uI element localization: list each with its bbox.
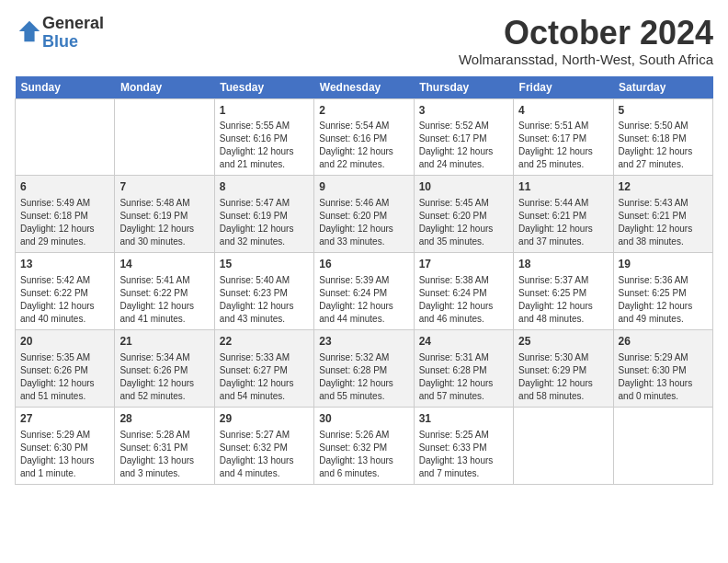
day-number: 27 — [20, 411, 109, 427]
cell-info: Sunrise: 5:30 AM Sunset: 6:29 PM Dayligh… — [518, 351, 608, 403]
cell-info: Sunrise: 5:26 AM Sunset: 6:32 PM Dayligh… — [319, 429, 408, 480]
calendar-cell: 25Sunrise: 5:30 AM Sunset: 6:29 PM Dayli… — [514, 329, 613, 407]
calendar-cell: 12Sunrise: 5:43 AM Sunset: 6:21 PM Dayli… — [613, 176, 712, 253]
calendar-cell: 30Sunrise: 5:26 AM Sunset: 6:32 PM Dayli… — [314, 407, 414, 484]
cell-info: Sunrise: 5:55 AM Sunset: 6:16 PM Dayligh… — [220, 120, 309, 171]
cell-info: Sunrise: 5:51 AM Sunset: 6:17 PM Dayligh… — [518, 120, 608, 171]
calendar-cell: 10Sunrise: 5:45 AM Sunset: 6:20 PM Dayli… — [414, 176, 513, 253]
day-number: 25 — [518, 334, 608, 350]
title-block: October 2024 Wolmaransstad, North-West, … — [459, 15, 713, 67]
calendar-cell: 7Sunrise: 5:48 AM Sunset: 6:19 PM Daylig… — [115, 176, 214, 253]
day-number: 11 — [518, 179, 608, 195]
cell-info: Sunrise: 5:40 AM Sunset: 6:23 PM Dayligh… — [220, 274, 309, 326]
day-number: 9 — [319, 179, 408, 195]
calendar-cell: 11Sunrise: 5:44 AM Sunset: 6:21 PM Dayli… — [514, 176, 613, 253]
calendar-table: SundayMondayTuesdayWednesdayThursdayFrid… — [15, 76, 713, 485]
day-number: 16 — [319, 257, 408, 272]
cell-info: Sunrise: 5:36 AM Sunset: 6:25 PM Dayligh… — [619, 274, 708, 326]
day-number: 17 — [419, 257, 508, 272]
calendar-cell: 15Sunrise: 5:40 AM Sunset: 6:23 PM Dayli… — [214, 253, 313, 330]
calendar-cell: 9Sunrise: 5:46 AM Sunset: 6:20 PM Daylig… — [314, 176, 414, 253]
cell-info: Sunrise: 5:29 AM Sunset: 6:30 PM Dayligh… — [20, 429, 109, 480]
calendar-cell: 8Sunrise: 5:47 AM Sunset: 6:19 PM Daylig… — [214, 176, 313, 253]
calendar-cell: 28Sunrise: 5:28 AM Sunset: 6:31 PM Dayli… — [115, 407, 214, 484]
cell-info: Sunrise: 5:42 AM Sunset: 6:22 PM Dayligh… — [20, 274, 109, 326]
logo-icon — [17, 18, 42, 44]
weekday-header-tuesday: Tuesday — [214, 76, 313, 99]
cell-info: Sunrise: 5:28 AM Sunset: 6:31 PM Dayligh… — [119, 429, 209, 480]
calendar-cell: 19Sunrise: 5:36 AM Sunset: 6:25 PM Dayli… — [613, 253, 712, 330]
calendar-cell — [16, 98, 115, 176]
calendar-cell: 2Sunrise: 5:54 AM Sunset: 6:16 PM Daylig… — [314, 98, 414, 176]
calendar-cell: 29Sunrise: 5:27 AM Sunset: 6:32 PM Dayli… — [214, 407, 313, 484]
calendar-cell: 13Sunrise: 5:42 AM Sunset: 6:22 PM Dayli… — [16, 253, 115, 330]
svg-marker-0 — [19, 21, 40, 41]
day-number: 5 — [619, 103, 708, 119]
week-row-3: 13Sunrise: 5:42 AM Sunset: 6:22 PM Dayli… — [16, 253, 713, 330]
week-row-4: 20Sunrise: 5:35 AM Sunset: 6:26 PM Dayli… — [16, 329, 713, 407]
cell-info: Sunrise: 5:41 AM Sunset: 6:22 PM Dayligh… — [119, 274, 209, 326]
weekday-header-thursday: Thursday — [414, 76, 513, 99]
calendar-cell: 3Sunrise: 5:52 AM Sunset: 6:17 PM Daylig… — [414, 98, 513, 176]
weekday-header-sunday: Sunday — [16, 76, 115, 99]
cell-info: Sunrise: 5:37 AM Sunset: 6:25 PM Dayligh… — [518, 274, 608, 326]
day-number: 4 — [518, 103, 608, 119]
cell-info: Sunrise: 5:32 AM Sunset: 6:28 PM Dayligh… — [319, 351, 408, 403]
week-row-1: 1Sunrise: 5:55 AM Sunset: 6:16 PM Daylig… — [16, 98, 713, 176]
cell-info: Sunrise: 5:25 AM Sunset: 6:33 PM Dayligh… — [419, 429, 508, 480]
cell-info: Sunrise: 5:34 AM Sunset: 6:26 PM Dayligh… — [119, 351, 209, 403]
day-number: 18 — [518, 257, 608, 272]
cell-info: Sunrise: 5:29 AM Sunset: 6:30 PM Dayligh… — [619, 351, 708, 403]
cell-info: Sunrise: 5:43 AM Sunset: 6:21 PM Dayligh… — [619, 197, 708, 248]
calendar-cell: 1Sunrise: 5:55 AM Sunset: 6:16 PM Daylig… — [214, 98, 313, 176]
cell-info: Sunrise: 5:54 AM Sunset: 6:16 PM Dayligh… — [319, 120, 408, 171]
calendar-cell: 17Sunrise: 5:38 AM Sunset: 6:24 PM Dayli… — [414, 253, 513, 330]
calendar-cell: 5Sunrise: 5:50 AM Sunset: 6:18 PM Daylig… — [613, 98, 712, 176]
calendar-cell: 23Sunrise: 5:32 AM Sunset: 6:28 PM Dayli… — [314, 329, 414, 407]
weekday-header-row: SundayMondayTuesdayWednesdayThursdayFrid… — [16, 76, 713, 99]
calendar-cell: 16Sunrise: 5:39 AM Sunset: 6:24 PM Dayli… — [314, 253, 414, 330]
day-number: 30 — [319, 411, 408, 427]
week-row-5: 27Sunrise: 5:29 AM Sunset: 6:30 PM Dayli… — [16, 407, 713, 484]
day-number: 31 — [419, 411, 508, 427]
weekday-header-friday: Friday — [514, 76, 613, 99]
calendar-cell — [115, 98, 214, 176]
day-number: 23 — [319, 334, 408, 350]
day-number: 22 — [220, 334, 309, 350]
cell-info: Sunrise: 5:49 AM Sunset: 6:18 PM Dayligh… — [20, 197, 109, 248]
calendar-cell: 24Sunrise: 5:31 AM Sunset: 6:28 PM Dayli… — [414, 329, 513, 407]
calendar-cell: 21Sunrise: 5:34 AM Sunset: 6:26 PM Dayli… — [115, 329, 214, 407]
day-number: 12 — [619, 179, 708, 195]
day-number: 8 — [220, 179, 309, 195]
logo: General Blue — [15, 15, 104, 52]
calendar-cell: 26Sunrise: 5:29 AM Sunset: 6:30 PM Dayli… — [613, 329, 712, 407]
cell-info: Sunrise: 5:38 AM Sunset: 6:24 PM Dayligh… — [419, 274, 508, 326]
day-number: 7 — [119, 179, 209, 195]
day-number: 14 — [119, 257, 209, 272]
day-number: 2 — [319, 103, 408, 119]
calendar-cell: 18Sunrise: 5:37 AM Sunset: 6:25 PM Dayli… — [514, 253, 613, 330]
day-number: 28 — [119, 411, 209, 427]
cell-info: Sunrise: 5:44 AM Sunset: 6:21 PM Dayligh… — [518, 197, 608, 248]
cell-info: Sunrise: 5:27 AM Sunset: 6:32 PM Dayligh… — [220, 429, 309, 480]
cell-info: Sunrise: 5:46 AM Sunset: 6:20 PM Dayligh… — [319, 197, 408, 248]
day-number: 15 — [220, 257, 309, 272]
calendar-cell: 27Sunrise: 5:29 AM Sunset: 6:30 PM Dayli… — [16, 407, 115, 484]
day-number: 6 — [20, 179, 109, 195]
cell-info: Sunrise: 5:33 AM Sunset: 6:27 PM Dayligh… — [220, 351, 309, 403]
calendar-cell: 22Sunrise: 5:33 AM Sunset: 6:27 PM Dayli… — [214, 329, 313, 407]
week-row-2: 6Sunrise: 5:49 AM Sunset: 6:18 PM Daylig… — [16, 176, 713, 253]
weekday-header-monday: Monday — [115, 76, 214, 99]
day-number: 1 — [220, 103, 309, 119]
cell-info: Sunrise: 5:48 AM Sunset: 6:19 PM Dayligh… — [119, 197, 209, 248]
page-header: General Blue October 2024 Wolmaransstad,… — [15, 15, 713, 67]
day-number: 19 — [619, 257, 708, 272]
logo-blue: Blue — [42, 32, 78, 51]
cell-info: Sunrise: 5:52 AM Sunset: 6:17 PM Dayligh… — [419, 120, 508, 171]
logo-text: General Blue — [42, 15, 104, 52]
day-number: 29 — [220, 411, 309, 427]
weekday-header-saturday: Saturday — [613, 76, 712, 99]
day-number: 26 — [619, 334, 708, 350]
day-number: 21 — [119, 334, 209, 350]
day-number: 20 — [20, 334, 109, 350]
